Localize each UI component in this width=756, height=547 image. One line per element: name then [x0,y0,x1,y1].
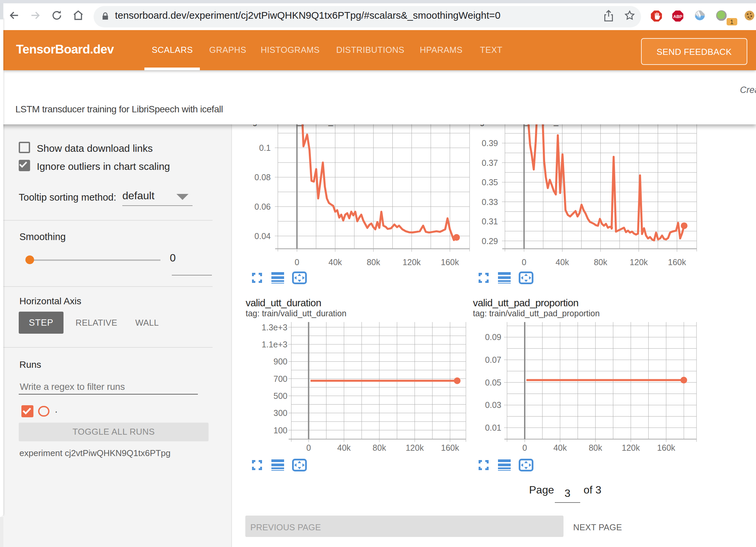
svg-text:0: 0 [295,257,299,266]
svg-text:160k: 160k [441,257,459,266]
svg-text:0.1: 0.1 [259,143,271,152]
svg-text:300: 300 [273,408,287,418]
svg-text:120k: 120k [403,257,421,266]
svg-text:0.06: 0.06 [254,202,271,211]
svg-text:0.37: 0.37 [482,158,498,167]
svg-text:0.35: 0.35 [482,177,498,187]
svg-text:0.39: 0.39 [482,138,498,147]
svg-text:1.1e+3: 1.1e+3 [262,340,287,349]
svg-text:0: 0 [522,257,526,266]
svg-text:160k: 160k [441,443,459,452]
svg-text:0: 0 [522,443,527,452]
svg-text:0.09: 0.09 [485,332,501,342]
svg-text:120k: 120k [630,257,648,266]
svg-text:0.01: 0.01 [485,423,501,432]
svg-text:120k: 120k [622,443,640,452]
svg-text:0.04: 0.04 [254,231,271,240]
svg-text:0.03: 0.03 [485,400,501,410]
svg-text:500: 500 [273,391,287,401]
svg-text:ABP: ABP [673,14,682,19]
svg-text:0: 0 [306,443,311,452]
svg-text:80k: 80k [594,257,608,266]
svg-text:40k: 40k [329,257,342,266]
svg-text:120k: 120k [406,443,424,452]
svg-text:100: 100 [273,426,287,435]
svg-text:0.33: 0.33 [482,197,498,206]
svg-text:80k: 80k [373,443,386,452]
svg-text:0.07: 0.07 [485,355,501,364]
svg-text:80k: 80k [367,257,380,266]
svg-text:0.05: 0.05 [485,378,501,387]
svg-text:40k: 40k [337,443,351,452]
svg-text:0.31: 0.31 [482,216,498,226]
svg-text:40k: 40k [555,257,569,266]
svg-text:160k: 160k [657,443,675,452]
svg-text:700: 700 [273,374,287,384]
svg-text:0.08: 0.08 [254,172,271,182]
svg-text:0.29: 0.29 [482,236,498,245]
svg-text:900: 900 [273,357,287,366]
svg-text:1.3e+3: 1.3e+3 [262,323,287,332]
svg-text:160k: 160k [668,257,686,266]
svg-text:40k: 40k [553,443,567,452]
svg-text:80k: 80k [589,443,602,452]
